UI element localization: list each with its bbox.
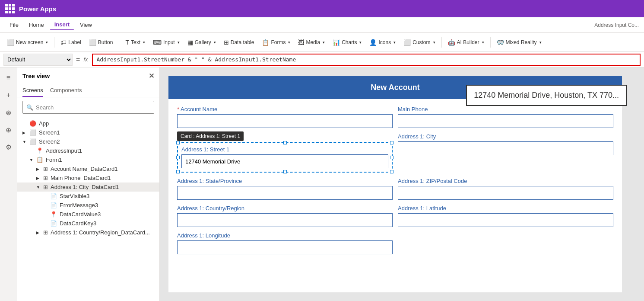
side-icon-settings[interactable]: ⚙ <box>2 140 16 154</box>
toolbar-ai-builder[interactable]: 🤖 AI Builder ▾ <box>444 37 488 48</box>
tree-item-starvisible3[interactable]: 📄 StarVisible3 <box>17 192 159 201</box>
side-icon-variables[interactable]: ⊕ <box>2 123 16 137</box>
toolbar-mixed-reality[interactable]: 🥽 Mixed Reality ▾ <box>493 37 545 48</box>
tree-item-screen2[interactable]: ▼ ⬜ Screen2 <box>17 137 159 146</box>
charts-chevron: ▾ <box>359 40 362 45</box>
toolbar-forms[interactable]: 📋 Forms ▾ <box>258 37 294 48</box>
toolbar-datatable[interactable]: ⊞ Data table <box>220 37 258 48</box>
addressinput1-icon: 📍 <box>36 147 43 154</box>
toolbar-icons[interactable]: 👤 Icons ▾ <box>366 37 399 48</box>
screen1-node-icon: ⬜ <box>29 129 36 136</box>
output-box: 12740 Memorial Drive, Houston, TX 770... <box>466 85 627 106</box>
toolbar-text[interactable]: T Text ▾ <box>122 37 149 48</box>
formula-dropdown[interactable]: Default <box>3 54 73 66</box>
app-title-right: Address Input Co... <box>594 22 639 28</box>
field-input-main-phone[interactable] <box>398 114 613 128</box>
field-input-account-name[interactable] <box>177 114 393 128</box>
field-input-state[interactable] <box>177 186 393 200</box>
fx-label: fx <box>83 56 88 63</box>
media-icon: 🖼 <box>298 39 304 46</box>
tree-item-phone-datacard[interactable]: ▶ ⊞ Main Phone_DataCard1 <box>17 173 159 183</box>
side-icon-data[interactable]: ⊛ <box>2 106 16 119</box>
phone-datacard-chevron: ▶ <box>36 176 41 180</box>
field-input-street1[interactable] <box>181 154 388 168</box>
side-icon-home[interactable]: ≡ <box>2 71 16 85</box>
formula-input[interactable] <box>92 54 641 66</box>
starvisible3-icon: 📄 <box>50 193 57 199</box>
tree-view-close[interactable]: ✕ <box>149 72 154 80</box>
menu-home[interactable]: Home <box>25 20 48 30</box>
resize-handle-tl[interactable] <box>176 141 180 144</box>
app-name: Power Apps <box>19 5 56 13</box>
field-label-street1: Address 1: Street 1 <box>181 146 229 153</box>
toolbar-charts[interactable]: 📊 Charts ▾ <box>329 37 365 48</box>
tree-item-city-datacard[interactable]: ▼ ⊞ Address 1: City_DataCard1 <box>17 183 159 192</box>
tree-tabs: Screens Components <box>17 84 159 97</box>
field-input-latitude[interactable] <box>398 213 613 227</box>
input-icon: ⌨ <box>153 39 162 46</box>
icons-chevron: ▾ <box>393 40 396 45</box>
datacardkey3-icon: 📄 <box>50 220 57 227</box>
tree-item-addressinput1[interactable]: 📍 AddressInput1 <box>17 146 159 155</box>
custom-chevron: ▾ <box>433 40 435 45</box>
card-tooltip: Card : Address 1: Street 1 <box>177 131 244 141</box>
field-input-country[interactable] <box>177 213 393 227</box>
new-screen-chevron: ▾ <box>46 40 48 45</box>
label-icon: 🏷 <box>60 39 67 46</box>
tree-item-form1[interactable]: ▼ 📋 Form1 <box>17 155 159 164</box>
field-empty-placeholder <box>398 232 613 254</box>
resize-handle-bc[interactable] <box>283 170 287 173</box>
resize-handle-mr[interactable] <box>390 156 393 159</box>
resize-handle-tc[interactable] <box>283 141 287 144</box>
gallery-chevron: ▾ <box>214 40 216 45</box>
tree-item-account-datacard[interactable]: ▶ ⊞ Account Name_DataCard1 <box>17 164 159 173</box>
resize-handle-bl[interactable] <box>176 170 180 173</box>
mixed-reality-chevron: ▾ <box>539 40 542 45</box>
tree-view-header: Tree view ✕ <box>17 67 159 84</box>
menu-file[interactable]: File <box>5 20 23 30</box>
charts-icon: 📊 <box>333 39 340 46</box>
tree-item-screen1[interactable]: ▶ ⬜ Screen1 <box>17 128 159 137</box>
equals-sign: = <box>76 56 80 64</box>
toolbar-gallery[interactable]: ▦ Gallery ▾ <box>184 37 219 48</box>
menu-insert[interactable]: Insert <box>50 19 74 30</box>
menu-view[interactable]: View <box>76 20 96 30</box>
text-icon: T <box>125 39 129 46</box>
resize-handle-br[interactable] <box>390 170 393 173</box>
toolbar-label[interactable]: 🏷 Label <box>57 37 84 48</box>
tree-item-datacardkey3[interactable]: 📄 DataCardKey3 <box>17 219 159 228</box>
search-input[interactable] <box>36 104 150 111</box>
field-state: Address 1: State/Province <box>177 178 393 200</box>
field-input-city[interactable] <box>398 141 613 155</box>
tree-item-errormessage3[interactable]: 📄 ErrorMessage3 <box>17 201 159 210</box>
tree-item-country-datacard[interactable]: ▶ ⊞ Address 1: Country/Region_DataCard..… <box>17 228 159 237</box>
datacardvalue3-icon: 📍 <box>50 211 57 218</box>
toolbar-button[interactable]: ⬜ Button <box>86 37 117 48</box>
toolbar: ⬜ New screen ▾ 🏷 Label ⬜ Button T Text ▾… <box>0 33 644 52</box>
toolbar-custom[interactable]: ⬜ Custom ▾ <box>400 37 438 48</box>
output-value: 12740 Memorial Drive, Houston, TX 770... <box>474 91 619 99</box>
toolbar-separator-3 <box>441 37 442 48</box>
resize-handle-ml[interactable] <box>176 156 180 159</box>
gallery-icon: ▦ <box>187 39 193 46</box>
toolbar-new-screen[interactable]: ⬜ New screen ▾ <box>3 37 51 48</box>
field-input-longitude[interactable] <box>177 240 393 254</box>
field-street1-selected-card[interactable]: Address 1: Street 1 <box>177 142 393 173</box>
toolbar-separator-2 <box>119 37 119 48</box>
screen2-node-icon: ⬜ <box>29 138 36 145</box>
datatable-icon: ⊞ <box>224 39 229 46</box>
tree-item-app[interactable]: 🔴 App <box>17 119 159 128</box>
tab-screens[interactable]: Screens <box>22 84 43 97</box>
tree-item-datacardvalue3[interactable]: 📍 DataCardValue3 <box>17 210 159 219</box>
app-grid-icon[interactable] <box>5 4 15 13</box>
toolbar-input[interactable]: ⌨ Input ▾ <box>149 37 183 48</box>
custom-icon: ⬜ <box>403 39 411 46</box>
tab-components[interactable]: Components <box>50 84 82 97</box>
side-icon-add[interactable]: + <box>2 88 16 102</box>
resize-handle-tr[interactable] <box>390 141 393 144</box>
field-latitude: Address 1: Latitude <box>398 205 613 227</box>
toolbar-separator-1 <box>54 37 54 48</box>
toolbar-media[interactable]: 🖼 Media ▾ <box>295 37 328 48</box>
input-chevron: ▾ <box>178 40 180 45</box>
field-input-zip[interactable] <box>398 186 613 200</box>
